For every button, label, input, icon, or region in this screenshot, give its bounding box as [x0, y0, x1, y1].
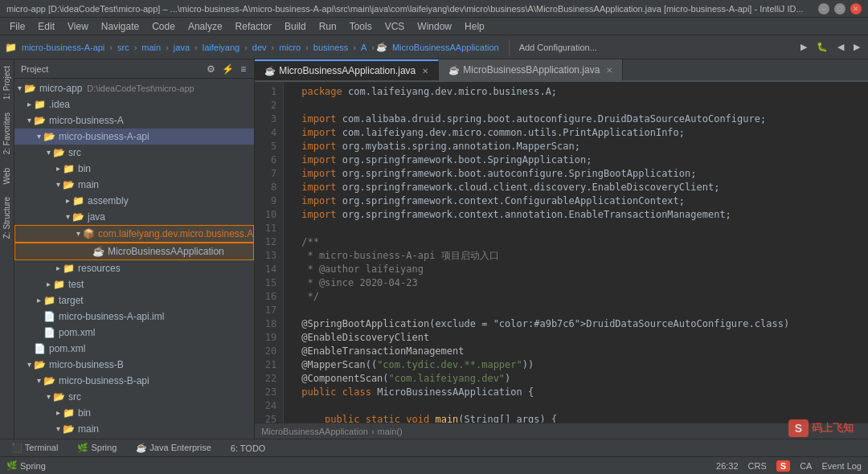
tab-close-button[interactable]: ✕	[422, 67, 428, 76]
code-line-20[interactable]: @EnableTransactionManagement	[290, 345, 868, 358]
menu-item-view[interactable]: View	[61, 19, 95, 34]
tree-item-micro-business-B[interactable]: ▾📂micro-business-B	[14, 357, 254, 373]
toolbar-business[interactable]: business	[310, 41, 351, 54]
code-line-5[interactable]: import org.mybatis.spring.annotation.Map…	[290, 140, 868, 153]
toolbar-java[interactable]: java	[170, 41, 193, 54]
toolbar-laifeiyang[interactable]: laifeiyang	[199, 41, 243, 54]
status-ca[interactable]: CA	[800, 461, 812, 471]
code-line-9[interactable]: import org.springframework.context.Confi…	[290, 194, 868, 208]
toolbar-project-name[interactable]: micro-business-A-api	[18, 41, 108, 54]
menu-item-refactor[interactable]: Refactor	[229, 19, 278, 34]
menu-item-analyze[interactable]: Analyze	[182, 19, 229, 34]
toolbar-dev[interactable]: dev	[249, 41, 270, 54]
back-button[interactable]: ◀	[834, 40, 847, 54]
code-line-22[interactable]: @ComponentScan("com.laifeiyang.dev")	[290, 372, 868, 386]
event-log[interactable]: Event Log	[821, 461, 862, 471]
tree-item-class-A[interactable]: ☕MicroBusinessAApplication	[14, 243, 254, 260]
spring-status[interactable]: 🌿 Spring	[6, 460, 46, 471]
code-line-7[interactable]: import org.springframework.boot.autoconf…	[290, 167, 868, 181]
toolbar-src[interactable]: src	[114, 41, 133, 54]
tree-item-assembly-A[interactable]: ▸📁assembly	[14, 193, 254, 209]
add-configuration-button[interactable]: Add Configuration...	[516, 41, 600, 54]
code-line-24[interactable]	[290, 399, 868, 413]
tree-item-micro-business-A[interactable]: ▾📂micro-business-A	[14, 112, 254, 129]
tree-item-test-A[interactable]: ▸📁test	[14, 276, 254, 292]
code-line-15[interactable]: * @since 2020-04-23	[290, 276, 868, 290]
code-line-21[interactable]: @MapperScan(("com.tydic.dev.**.mapper"))	[290, 358, 868, 372]
minimize-button[interactable]: –	[818, 3, 829, 14]
bottom-tab-spring[interactable]: 🌿 Spring	[71, 441, 123, 455]
left-tab-web[interactable]: Web	[0, 161, 14, 190]
menu-item-navigate[interactable]: Navigate	[95, 19, 145, 34]
run-button[interactable]: ▶	[797, 40, 810, 54]
code-line-8[interactable]: import org.springframework.cloud.client.…	[290, 181, 868, 194]
menu-item-help[interactable]: Help	[458, 19, 491, 34]
menu-item-code[interactable]: Code	[145, 19, 182, 34]
forward-button[interactable]: ▶	[850, 40, 863, 54]
close-button[interactable]: ✕	[850, 3, 862, 14]
tree-item-main-B[interactable]: ▾📂main	[14, 421, 254, 437]
tree-item-pom-root[interactable]: 📄pom.xml	[14, 341, 254, 357]
tree-item-micro-app[interactable]: ▾📂micro-appD:\ideaCodeTest\micro-app	[14, 80, 254, 96]
code-line-18[interactable]: @SpringBootApplication(exclude = "color:…	[290, 317, 868, 331]
toolbar-micro[interactable]: micro	[276, 41, 304, 54]
tree-item-resources-A[interactable]: ▸📁resources	[14, 260, 254, 276]
code-line-13[interactable]: * micro-business-A-api 项目启动入口	[290, 249, 868, 263]
tree-item-target-A[interactable]: ▸📁target	[14, 292, 254, 309]
breadcrumb-method[interactable]: main()	[378, 427, 403, 436]
bottom-tab-javaenterprise[interactable]: ☕ Java Enterprise	[129, 441, 217, 455]
code-line-19[interactable]: @EnableDiscoveryClient	[290, 331, 868, 345]
breadcrumb-class[interactable]: MicroBusinessAApplication	[261, 427, 368, 436]
code-line-23[interactable]: public class MicroBusinessAApplication {	[290, 386, 868, 399]
tree-item-iml-A[interactable]: 📄micro-business-A-api.iml	[14, 309, 254, 325]
editor-tab-microbusinessaapplicationjava[interactable]: ☕MicroBusinessAApplication.java✕	[255, 59, 439, 80]
panel-settings-icon[interactable]: ⚙	[205, 63, 217, 75]
tree-item-pom-A[interactable]: 📄pom.xml	[14, 325, 254, 341]
code-content[interactable]: package com.laifeiyang.dev.micro.busines…	[284, 82, 868, 423]
tree-item-java-A[interactable]: ▾📂java	[14, 209, 254, 225]
menu-item-build[interactable]: Build	[278, 19, 313, 34]
code-line-10[interactable]: import org.springframework.context.annot…	[290, 208, 868, 222]
code-line-2[interactable]	[290, 99, 868, 112]
toolbar-main[interactable]: main	[138, 41, 164, 54]
menu-item-run[interactable]: Run	[313, 19, 343, 34]
menu-item-file[interactable]: File	[3, 19, 31, 34]
menu-item-window[interactable]: Window	[411, 19, 458, 34]
status-crs[interactable]: CRS	[748, 461, 767, 471]
tab-close-button[interactable]: ✕	[606, 66, 612, 75]
tree-item-assembly-B[interactable]: ▸📁assembly	[14, 437, 254, 439]
code-line-4[interactable]: import com.laifeiyang.dev.micro.common.u…	[290, 126, 868, 140]
left-tab-2:favorites[interactable]: 2: Favorites	[0, 106, 14, 161]
panel-menu-icon[interactable]: ≡	[239, 63, 248, 75]
code-line-11[interactable]	[290, 222, 868, 235]
code-line-16[interactable]: */	[290, 290, 868, 304]
code-line-1[interactable]: package com.laifeiyang.dev.micro.busines…	[290, 85, 868, 99]
tree-item-src-B[interactable]: ▾📂src	[14, 389, 254, 405]
tree-item-pkg-A[interactable]: ▾📦com.laifeiyang.dev.micro.business.A	[14, 225, 254, 243]
code-line-6[interactable]: import org.springframework.boot.SpringAp…	[290, 153, 868, 167]
bottom-tab-6:todo[interactable]: 6: TODO	[224, 442, 272, 455]
tree-item-src-A[interactable]: ▾📂src	[14, 145, 254, 161]
code-line-12[interactable]: /**	[290, 235, 868, 249]
bottom-tab-terminal[interactable]: ⬛ Terminal	[5, 441, 64, 455]
menu-item-tools[interactable]: Tools	[343, 19, 379, 34]
tree-item-bin-B[interactable]: ▸📁bin	[14, 405, 254, 421]
tree-item-main-A[interactable]: ▾📂main	[14, 177, 254, 193]
tree-item-idea[interactable]: ▸📁.idea	[14, 96, 254, 112]
debug-button[interactable]: 🐛	[813, 40, 831, 54]
toolbar-A[interactable]: A	[358, 41, 370, 54]
tree-item-micro-business-B-api[interactable]: ▾📂micro-business-B-api	[14, 373, 254, 389]
panel-expand-icon[interactable]: ⚡	[220, 63, 235, 75]
status-time[interactable]: 26:32	[716, 461, 739, 471]
maximize-button[interactable]: □	[834, 3, 845, 14]
s-logo[interactable]: S	[776, 460, 790, 472]
left-tab-z:structure[interactable]: Z: Structure	[0, 190, 14, 245]
code-line-25[interactable]: public static void main(String[] args) {	[290, 413, 868, 423]
editor-tab-microbusinessbapplicationjava[interactable]: ☕MicroBusinessBApplication.java✕	[439, 59, 623, 80]
tree-item-bin-A[interactable]: ▸📁bin	[14, 161, 254, 177]
tree-item-micro-business-A-api[interactable]: ▾📂micro-business-A-api	[14, 129, 254, 145]
code-line-17[interactable]	[290, 304, 868, 317]
code-line-3[interactable]: import com.alibaba.druid.spring.boot.aut…	[290, 112, 868, 126]
toolbar-classname[interactable]: MicroBusinessAApplication	[389, 41, 502, 54]
code-line-14[interactable]: * @author laifeiyang	[290, 263, 868, 276]
